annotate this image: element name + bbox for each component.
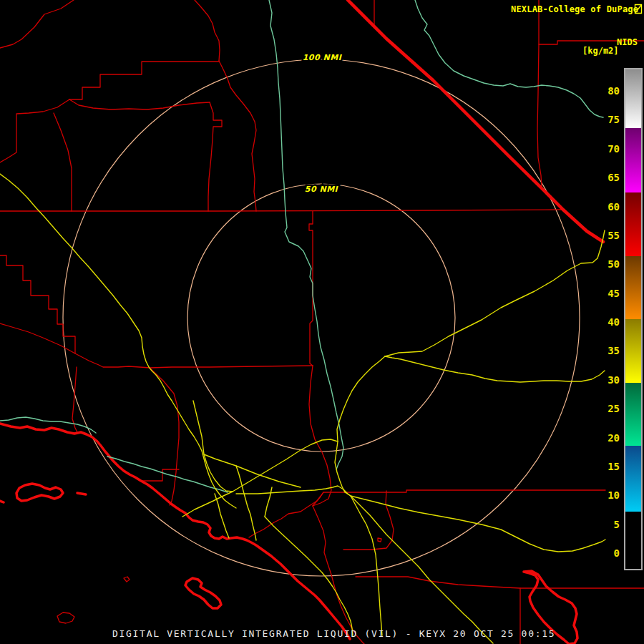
colorbar-segment-blue [625,446,641,512]
county-line-1 [0,0,74,48]
islet-small-south [378,538,381,542]
county-line-10 [537,0,542,187]
colorbar-tick-10: 10 [572,489,620,501]
road-northwest [0,174,236,508]
road-northeast-vegas [385,230,605,356]
cod-logo-icon [634,4,643,14]
road-east-upper [385,356,605,382]
colorbar-tick-20: 20 [572,432,620,444]
state-border-nv [348,0,603,242]
range-ring-50nmi [187,184,455,452]
colorbar-tick-75: 75 [572,114,620,125]
colorbar-tick-65: 65 [572,172,620,183]
county-line-8 [0,99,69,162]
road-harbor [215,494,229,538]
road-cross-1 [236,466,256,540]
county-line-20 [343,491,394,550]
coastline-pacific [0,424,350,639]
county-line-13 [0,323,313,368]
colorbar-tick-35: 35 [572,345,620,356]
islet-santa-barbara [124,577,130,582]
county-line-6 [219,61,256,211]
coast-dash-1 [77,493,86,494]
road-east-lower [351,496,605,552]
colorbar-tick-30: 30 [572,374,620,386]
range-ring-50nmi-label: 50 NMI [305,185,339,194]
county-line-7 [0,210,563,211]
river-coastal-west [0,417,96,433]
colorbar-tick-50: 50 [572,258,620,270]
road-cross-2 [265,487,272,517]
range-ring-100nmi-label: 100 NMI [303,53,343,62]
colorbar-tick-45: 45 [572,288,620,299]
radar-display: 100 NMI50 NMI NEXLAB-College of DuPage N… [0,0,644,644]
units-label: [kg/m2] [582,46,619,56]
county-line-25 [249,492,323,537]
colorbar-tick-0: 0 [572,547,620,559]
road-south-inland [351,496,382,635]
colorbar-tick-70: 70 [572,143,620,155]
colorbar-tick-55: 55 [572,230,620,241]
colorbar-segment-white-gray [625,69,641,128]
road-coast-west-link [182,492,233,517]
county-line-2 [195,0,220,61]
county-line-5 [208,102,222,211]
colorbar-segment-orange [625,256,641,319]
radar-map-svg: 100 NMI50 NMI [0,0,644,644]
road-east-valley [236,486,351,496]
island-catalina [185,578,221,608]
county-line-23 [141,469,179,481]
colorbar-tick-60: 60 [572,201,620,213]
county-line-16 [309,211,313,366]
county-line-4 [69,99,210,109]
county-line-19 [313,490,605,506]
road-cluster-ne-link [233,439,338,492]
product-label: NIDS [617,37,638,47]
page-title: NEXLAB-College of DuPage [511,4,638,14]
colorbar-tick-80: 80 [572,85,620,97]
colorbar-tick-40: 40 [572,316,620,328]
coast-dash-2 [0,501,4,502]
range-ring-100nmi [63,59,580,576]
road-southeast [351,496,493,643]
river-northeast [415,0,603,117]
colorbar-segment-magenta [625,128,641,192]
county-line-9 [54,113,72,211]
colorbar-tick-5: 5 [572,519,620,530]
colorbar-segment-green [625,383,641,446]
county-line-21 [356,577,644,588]
island-channel-chain [16,484,63,501]
colorbar-segment-red [625,192,641,256]
river-central [269,0,343,469]
colorbar-segment-black [625,512,641,569]
colorbar-tick-25: 25 [572,403,620,414]
colorbar [624,68,643,570]
river-santa-clara [107,457,228,492]
colorbar-tick-15: 15 [572,461,620,472]
county-line-17 [309,366,331,506]
product-caption: DIGITAL VERTICALLY INTEGRATED LIQUID (VI… [112,628,555,639]
islet-san-nicolas [57,613,74,623]
road-junction-spine [335,356,385,496]
county-line-3 [69,62,219,99]
colorbar-segment-yellow [625,319,641,383]
